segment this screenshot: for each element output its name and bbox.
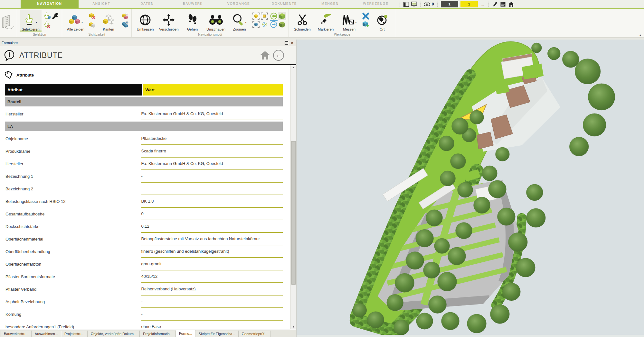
attribute-value-field[interactable]: - [141, 183, 283, 195]
scrollbar-track[interactable] [291, 70, 296, 325]
cubes-plus-icon[interactable] [121, 21, 129, 28]
attribute-value-field[interactable]: - [141, 308, 283, 321]
home-icon[interactable] [508, 2, 514, 7]
attribute-value-field[interactable]: - [141, 170, 283, 183]
circle-arrow-left-icon[interactable] [270, 12, 278, 20]
chevron-down-icon[interactable]: ▼ [81, 22, 83, 23]
attribute-value-field[interactable]: Reihenverband (Halbversatz) [141, 283, 283, 296]
attribute-label: Belastungsklasse nach RStO 12 [5, 195, 140, 208]
attribute-label: Körnung [5, 308, 140, 321]
zoomen-button[interactable]: ▼ Zoomen [229, 10, 251, 32]
cube-green-icon[interactable] [278, 12, 286, 20]
panel-tab-geometrieprüf[interactable]: Geometrieprüf... [239, 331, 270, 337]
tab-mengen[interactable]: MENGEN [307, 0, 353, 8]
ort-button[interactable]: Ort [371, 10, 393, 32]
attribute-value-field[interactable]: 0.12 [141, 220, 283, 233]
verschieben-button[interactable]: Verschieben [158, 10, 180, 32]
scroll-down-icon[interactable]: ▼ [292, 325, 295, 329]
blue-x-icon[interactable] [362, 12, 370, 20]
tab-navigation[interactable]: NAVIGATION [21, 0, 79, 8]
view-badge-yellow[interactable]: 1 [460, 1, 478, 7]
attribute-value-field[interactable]: - [141, 296, 283, 308]
panel-tab-auswahlmen[interactable]: Auswahlmen... [32, 331, 61, 337]
target-cube-blue-icon[interactable] [252, 21, 260, 28]
gehen-button[interactable]: Gehen [182, 10, 204, 32]
panel-tab-objekte-verknüpfte-dokum[interactable]: Objekte, verknüpfte Dokum... [88, 331, 140, 337]
tag-icon [5, 70, 13, 79]
panel-tab-projektstru[interactable]: Projektstru... [61, 331, 88, 337]
window-layout-icon[interactable] [403, 2, 409, 7]
attribute-value-field[interactable]: Betonpflastersteine mit Vorsatz aus farb… [141, 233, 283, 245]
viewport-bottom-strip [297, 335, 644, 337]
tab-dokumente[interactable]: DOKUMENTE [261, 0, 307, 8]
attribute-row: Belastungsklasse nach RStO 12BK 1,8 [5, 195, 283, 208]
attribute-label: besondere Anforderungen1 (Freifeld) [5, 321, 140, 330]
messen-button[interactable]: ▼ Messen [338, 10, 360, 32]
button-label: Zoomen [233, 27, 246, 31]
circle-arrow-right-icon[interactable] [270, 21, 278, 28]
attribute-value-field[interactable]: finerro (geschliffen und edelstahlkugelg… [141, 245, 283, 258]
attribute-value-field[interactable]: 40/15/12 [141, 270, 283, 283]
form-back-button[interactable]: ← [273, 50, 284, 61]
panel-scrollbar[interactable]: ▲ ▼ [290, 65, 296, 329]
attribute-value-field[interactable]: 0 [141, 208, 283, 220]
menubar-right-tools: 0 1 1 ... [399, 0, 644, 8]
view-badge-dark[interactable]: 1 [441, 1, 458, 7]
attribute-value-field[interactable]: Fa. Klostermann GmbH & Co. KG, Coesfeld [141, 158, 283, 170]
list-icon[interactable] [500, 2, 506, 7]
hand-cube-icon[interactable] [43, 12, 51, 20]
attribute-value-field[interactable]: BK 1,8 [141, 195, 283, 208]
kanten-button[interactable]: Kanten [98, 10, 119, 32]
attribute-label: Gesamtaufbauhoehe [5, 208, 140, 220]
monitor-icon[interactable] [411, 2, 417, 7]
attribute-value-field[interactable]: Pflasterdecke [141, 132, 283, 145]
cube-add-icon[interactable] [362, 21, 370, 28]
hand-clear-icon[interactable] [43, 21, 51, 28]
umschauen-button[interactable]: Umschauen [205, 10, 227, 32]
brush-icon[interactable] [492, 2, 498, 7]
chevron-down-icon[interactable]: ▼ [35, 22, 37, 23]
tab-bauwerk[interactable]: BAUWERK [170, 0, 216, 8]
menubar: NAVIGATIONANSICHTDATENBAUWERKVORGÄNGEDOK… [0, 0, 644, 9]
panel-titlebar[interactable]: Formulare × [0, 40, 296, 46]
selektieren-button[interactable]: ▼ Selektieren [20, 10, 42, 32]
attribute-value-field[interactable]: Fa. Klostermann GmbH & Co. KG, Coesfeld [141, 108, 283, 120]
markieren-button[interactable]: Markieren [315, 10, 337, 32]
ribbon-collapse-icon[interactable]: ▲ [639, 34, 641, 36]
attribute-value-field[interactable]: grau-granit [141, 258, 283, 270]
cubes-gray-icon[interactable] [88, 21, 96, 28]
tab-ansicht[interactable]: ANSICHT [79, 0, 124, 8]
float-panel-icon[interactable] [285, 41, 288, 45]
tab-vorgänge[interactable]: VORGÄNGE [216, 0, 261, 8]
glasses-icon[interactable]: 0 [424, 2, 434, 6]
form-header: ATTRIBUTE ← [0, 46, 296, 65]
scrollbar-thumb[interactable] [291, 141, 296, 285]
converge-arrows-icon[interactable] [260, 21, 268, 28]
panel-tab-formu[interactable]: Formu... [176, 330, 195, 337]
panel-tab-skripte-für-eigenscha[interactable]: Skripte für Eigenscha... [195, 331, 239, 337]
cubes-minus-icon[interactable] [121, 12, 129, 20]
umkreisen-button[interactable]: Umkreisen [134, 10, 156, 32]
chevron-down-icon[interactable]: ▼ [245, 22, 247, 23]
schneiden-button[interactable]: Schneiden [291, 10, 313, 32]
cube-hide-icon[interactable] [88, 12, 96, 20]
tab-werkzeuge[interactable]: WERKZEUGE [353, 0, 399, 8]
target-cube-icon[interactable] [252, 12, 260, 20]
panel-tab-projektinformatio[interactable]: Projektinformatio... [140, 331, 176, 337]
chevron-down-icon[interactable]: ▼ [54, 15, 56, 17]
scroll-up-icon[interactable]: ▲ [292, 65, 295, 70]
wrench-icon[interactable]: ▼ [52, 12, 59, 20]
form-home-button[interactable] [260, 51, 270, 60]
alle-zeigen-button[interactable]: ▼ Alle zeigen [65, 10, 87, 32]
tab-daten[interactable]: DATEN [124, 0, 170, 8]
panel-tab-bauwerksstru[interactable]: Bauwerksstru... [1, 331, 32, 337]
chevron-down-icon[interactable]: ▼ [355, 22, 357, 23]
attribute-value-field[interactable]: ohne Fase [141, 321, 283, 330]
more-views-button[interactable]: ... [481, 3, 484, 6]
attribute-value-field[interactable]: Scada finerro [141, 145, 283, 158]
cube-olive-icon[interactable] [278, 21, 286, 28]
application-window: NAVIGATIONANSICHTDATENBAUWERKVORGÄNGEDOK… [0, 0, 644, 337]
target-square-icon[interactable] [260, 12, 268, 20]
viewport-3d[interactable] [297, 40, 644, 337]
close-panel-icon[interactable]: × [291, 41, 293, 45]
